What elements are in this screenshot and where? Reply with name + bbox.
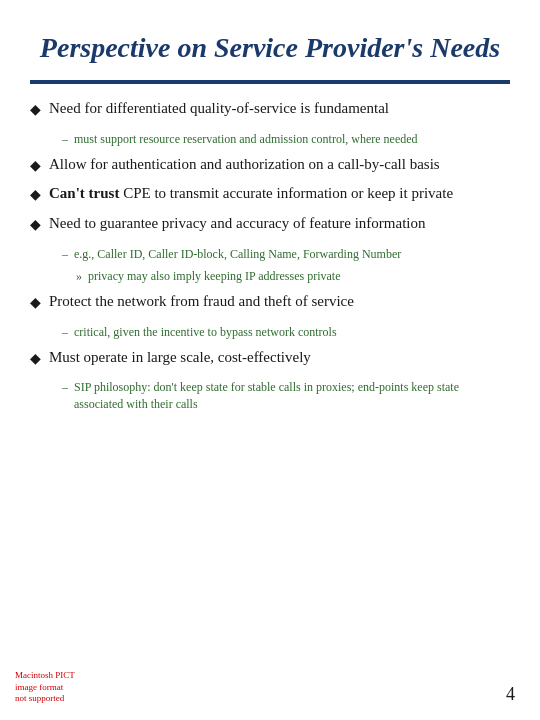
- sub-bullets-6: – SIP philosophy: don't keep state for s…: [62, 379, 510, 413]
- content-area: ◆ Need for differentiated quality-of-ser…: [30, 98, 510, 700]
- sub-bullets-4: – e.g., Caller ID, Caller ID-block, Call…: [62, 246, 510, 286]
- bullet-text-6: Must operate in large scale, cost-effect…: [49, 347, 510, 368]
- watermark-line-2: image format: [15, 682, 63, 692]
- sub-bullets-5: – critical, given the incentive to bypas…: [62, 324, 510, 341]
- sub-dash-5-1: –: [62, 324, 68, 341]
- bullet-diamond-5: ◆: [30, 293, 41, 313]
- watermark-line-1: Macintosh PICT: [15, 670, 75, 680]
- sub-bullet-5-1: – critical, given the incentive to bypas…: [62, 324, 510, 341]
- sub-dash-4-1: –: [62, 246, 68, 263]
- bullet-diamond-1: ◆: [30, 100, 41, 120]
- bullet-bold-3: Can't trust: [49, 185, 119, 201]
- bullet-text-2: Allow for authentication and authorizati…: [49, 154, 510, 175]
- sub-bullet-text-5-1: critical, given the incentive to bypass …: [74, 324, 337, 341]
- bullet-text-3-content: CPE to transmit accurate information or …: [119, 185, 453, 201]
- sub-sub-prefix-4-2: »: [76, 268, 82, 285]
- slide: Perspective on Service Provider's Needs …: [0, 0, 540, 720]
- slide-title: Perspective on Service Provider's Needs: [30, 30, 510, 66]
- bullet-item-2: ◆ Allow for authentication and authoriza…: [30, 154, 510, 176]
- sub-bullet-text-1-1: must support resource reservation and ad…: [74, 131, 418, 148]
- bullet-diamond-2: ◆: [30, 156, 41, 176]
- bullet-text-5: Protect the network from fraud and theft…: [49, 291, 510, 312]
- sub-bullets-1: – must support resource reservation and …: [62, 131, 510, 148]
- bullet-text-3: Can't trust CPE to transmit accurate inf…: [49, 183, 510, 204]
- bullet-diamond-4: ◆: [30, 215, 41, 235]
- sub-sub-bullet-4-2: » privacy may also imply keeping IP addr…: [76, 268, 510, 285]
- sub-bullet-text-6-1: SIP philosophy: don't keep state for sta…: [74, 379, 510, 413]
- bullet-item-3: ◆ Can't trust CPE to transmit accurate i…: [30, 183, 510, 205]
- bullet-text-4: Need to guarantee privacy and accuracy o…: [49, 213, 510, 234]
- sub-bullet-6-1: – SIP philosophy: don't keep state for s…: [62, 379, 510, 413]
- sub-bullet-1-1: – must support resource reservation and …: [62, 131, 510, 148]
- sub-bullet-text-4-1: e.g., Caller ID, Caller ID-block, Callin…: [74, 246, 401, 263]
- bullet-item-6: ◆ Must operate in large scale, cost-effe…: [30, 347, 510, 369]
- sub-dash-1-1: –: [62, 131, 68, 148]
- bullet-diamond-6: ◆: [30, 349, 41, 369]
- sub-dash-6-1: –: [62, 379, 68, 396]
- watermark-line-3: not supported: [15, 693, 64, 703]
- bullet-diamond-3: ◆: [30, 185, 41, 205]
- watermark: Macintosh PICT image format not supporte…: [15, 670, 75, 705]
- bullet-item-1: ◆ Need for differentiated quality-of-ser…: [30, 98, 510, 120]
- bullet-item-4: ◆ Need to guarantee privacy and accuracy…: [30, 213, 510, 235]
- bullet-text-1: Need for differentiated quality-of-servi…: [49, 98, 510, 119]
- sub-bullet-4-1: – e.g., Caller ID, Caller ID-block, Call…: [62, 246, 510, 263]
- page-number: 4: [506, 684, 515, 705]
- sub-sub-text-4-2: privacy may also imply keeping IP addres…: [88, 268, 341, 285]
- bullet-text-1-content: Need for differentiated quality-of-servi…: [49, 100, 389, 116]
- divider: [30, 80, 510, 84]
- bullet-item-5: ◆ Protect the network from fraud and the…: [30, 291, 510, 313]
